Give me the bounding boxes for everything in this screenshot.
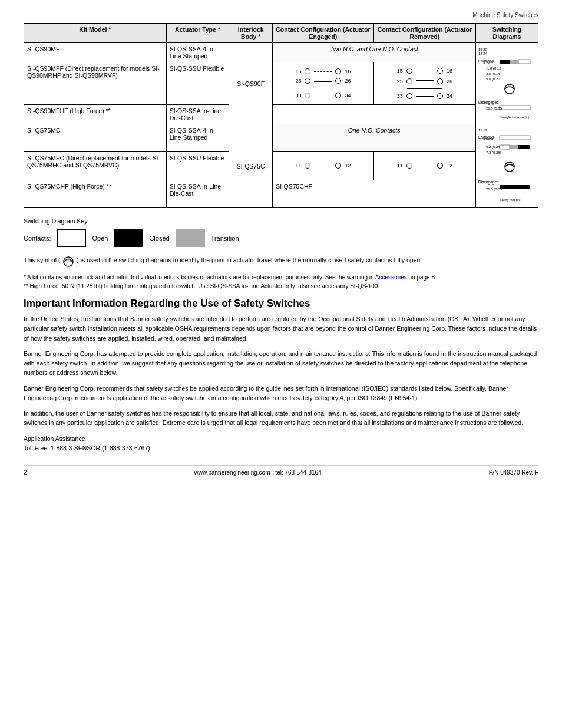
transition-label: Transition bbox=[211, 235, 239, 242]
kit-model-cell: SI-QS90MFF (Direct replacement for model… bbox=[24, 62, 167, 105]
key-box-open bbox=[57, 229, 86, 247]
switching-diag-cell: 11 12 Engaged 0 (0) 6.2 (0.24) 7.2 (0.28… bbox=[475, 124, 538, 208]
svg-text:3.5 (0.14: 3.5 (0.14 bbox=[486, 72, 500, 75]
interlock-body-cell: SI-QS90F bbox=[229, 43, 273, 124]
switching-diag-cell: 13 23 14 24 Engaged 0 (0) -1.0 (0.12 bbox=[475, 43, 538, 124]
table-row: SI-QS75MCHF (High Force) ** SI-QS-SSA In… bbox=[24, 180, 538, 207]
sw75-diagram: 11 12 Engaged 0 (0) 6.2 (0.24) 7.2 (0.28… bbox=[477, 126, 533, 205]
actuator-type-cell: SI-QS-SSA-4 In-Line Stamped bbox=[166, 43, 229, 62]
actuator-symbol-icon bbox=[62, 254, 75, 267]
toll-free: Toll Free: 1-888-3-SENSOR (1-888-373-676… bbox=[24, 443, 538, 453]
svg-text:-1.0 (0.12: -1.0 (0.12 bbox=[486, 67, 501, 70]
svg-rect-27 bbox=[518, 145, 530, 149]
paragraph-1: In the United States, the functions that… bbox=[24, 314, 538, 343]
footnote-1: * A kit contains an interlock and actuat… bbox=[24, 273, 538, 282]
svg-text:13 23: 13 23 bbox=[478, 48, 488, 51]
svg-text:mm (in): mm (in) bbox=[510, 198, 521, 202]
switching-key-section: Switching Diagram Key Contacts: Open Clo… bbox=[24, 218, 538, 247]
svg-text:21.5 (0.85: 21.5 (0.85 bbox=[486, 107, 503, 110]
kit-model-cell: SI-QS75MFC (Direct replacement for model… bbox=[24, 152, 167, 180]
kit-model-cell: SI-QS75MC bbox=[24, 124, 167, 152]
contact-engaged-cell bbox=[273, 105, 476, 124]
table-row: SI-QS90MFF (Direct replacement for model… bbox=[24, 62, 538, 105]
svg-point-13 bbox=[505, 84, 514, 94]
footer-page-num: 2 bbox=[24, 469, 27, 476]
col-interlock-body: Interlock Body * bbox=[229, 24, 273, 43]
symbol-paragraph: This symbol ( ) is used in the switching… bbox=[24, 254, 538, 267]
col-switching-diagrams: Switching Diagrams bbox=[475, 24, 538, 43]
key-box-transition bbox=[176, 229, 205, 247]
col-contact-engaged: Contact Configuration (Actuator Engaged) bbox=[273, 24, 374, 43]
svg-text:0 (0): 0 (0) bbox=[486, 137, 493, 140]
closed-label: Closed bbox=[149, 235, 169, 242]
paragraph-2: Banner Engineering Corp. has attempted t… bbox=[24, 349, 538, 378]
page-footer: 2 www.bannerengineering.com - tel: 763-5… bbox=[24, 465, 538, 476]
actuator-type-cell: SI-QS-SSA In-Line Die-Cast bbox=[166, 180, 229, 207]
actuator-type-cell: SI-QS-SSU Flexible bbox=[166, 152, 229, 180]
svg-text:Disengaged: Disengaged bbox=[478, 100, 499, 105]
contacts-label: Contacts: bbox=[24, 235, 51, 242]
key-box-closed bbox=[114, 229, 143, 247]
actuator-type-cell: SI-QS-SSA-4 In-Line Stamped bbox=[166, 124, 229, 152]
paragraph-3: Banner Engineering Corp. recommends that… bbox=[24, 384, 538, 403]
footnotes-section: * A kit contains an interlock and actuat… bbox=[24, 273, 538, 291]
open-label: Open bbox=[92, 235, 108, 242]
symbol-note-section: This symbol ( ) is used in the switching… bbox=[24, 254, 538, 267]
svg-rect-22 bbox=[500, 136, 530, 140]
key-title: Switching Diagram Key bbox=[24, 218, 538, 225]
footnote-2: ** High Force: 50 N (11.25 lbf) holding … bbox=[24, 282, 538, 291]
paragraph-4: In addition, the user of Banner safety s… bbox=[24, 409, 538, 428]
kit-model-cell: SI-QS90MF bbox=[24, 43, 167, 62]
contact-engaged-cell: Two N.C. and One N.O. Contact bbox=[273, 43, 476, 62]
footer-website: www.bannerengineering.com - tel: 763-544… bbox=[194, 469, 322, 476]
svg-text:11 12: 11 12 bbox=[478, 129, 488, 132]
col-actuator-type: Actuator Type * bbox=[166, 24, 229, 43]
svg-text:Disengaged: Disengaged bbox=[478, 180, 499, 185]
page-header: Machine Safety Switches bbox=[24, 12, 538, 18]
app-assist-section: Application Assistance Toll Free: 1-888-… bbox=[24, 434, 538, 454]
svg-rect-26 bbox=[510, 145, 518, 149]
svg-text:14 24: 14 24 bbox=[478, 52, 488, 55]
svg-text:0 (0): 0 (0) bbox=[486, 60, 493, 64]
table-row: SI-QS90MFHF (High Force) ** SI-QS-SSA In… bbox=[24, 105, 538, 124]
svg-text:6.2 (0.24): 6.2 (0.24) bbox=[486, 145, 501, 149]
col-kit-model: Kit Model * bbox=[24, 24, 167, 43]
svg-text:5.0 (0.20: 5.0 (0.20 bbox=[486, 77, 500, 81]
contact-engaged-cell: 15 16 25 26 bbox=[273, 62, 374, 105]
contact-removed-cell: 11 12 bbox=[373, 152, 475, 180]
key-row: Contacts: Open Closed Transition bbox=[24, 229, 538, 247]
table-row: SI-QS75MFC (Direct replacement for model… bbox=[24, 152, 538, 180]
svg-rect-7 bbox=[510, 60, 518, 64]
svg-text:Safety: Safety bbox=[500, 198, 509, 202]
contact-cell: SI-QS75CHF bbox=[273, 180, 476, 207]
svg-point-29 bbox=[505, 162, 514, 172]
footer-part-num: P/N 049370 Rev. F bbox=[489, 469, 538, 476]
accessories-link[interactable]: Accessories bbox=[375, 274, 407, 281]
svg-text:mm (in): mm (in) bbox=[518, 116, 530, 119]
col-contact-removed: Contact Configuration (Actuator Removed) bbox=[373, 24, 475, 43]
svg-rect-15 bbox=[500, 106, 530, 110]
table-row: SI-QS90MF SI-QS-SSA-4 In-Line Stamped SI… bbox=[24, 43, 538, 62]
sw90-diagram: 13 23 14 24 Engaged 0 (0) -1.0 (0.12 bbox=[477, 45, 533, 121]
actuator-type-cell: SI-QS-SSU Flexible bbox=[166, 62, 229, 105]
main-table: Kit Model * Actuator Type * Interlock Bo… bbox=[24, 23, 538, 208]
kit-model-cell: SI-QS75MCHF (High Force) ** bbox=[24, 180, 167, 207]
actuator-type-cell: SI-QS-SSA In-Line Die-Cast bbox=[166, 105, 229, 124]
table-row: SI-QS75MC SI-QS-SSA-4 In-Line Stamped SI… bbox=[24, 124, 538, 152]
svg-text:7.2 (0.28): 7.2 (0.28) bbox=[486, 151, 501, 154]
interlock-body-cell: SI-QS75C bbox=[229, 124, 273, 208]
svg-text:Activity: Activity bbox=[508, 116, 518, 119]
app-assist-label: Application Assistance bbox=[24, 434, 538, 444]
contact-removed-cell: 15 16 25 26 bbox=[373, 62, 475, 105]
contact-engaged-cell: One N.O. Contacts bbox=[273, 124, 476, 152]
svg-rect-6 bbox=[500, 60, 510, 64]
svg-rect-8 bbox=[518, 60, 530, 64]
contact-engaged-cell: 11 12 bbox=[273, 152, 374, 180]
svg-rect-25 bbox=[500, 145, 510, 149]
important-heading: Important Information Regarding the Use … bbox=[24, 298, 538, 309]
svg-text:21.5 (0.85: 21.5 (0.85 bbox=[486, 187, 503, 191]
svg-rect-31 bbox=[500, 185, 530, 189]
kit-model-cell: SI-QS90MFHF (High Force) ** bbox=[24, 105, 167, 124]
